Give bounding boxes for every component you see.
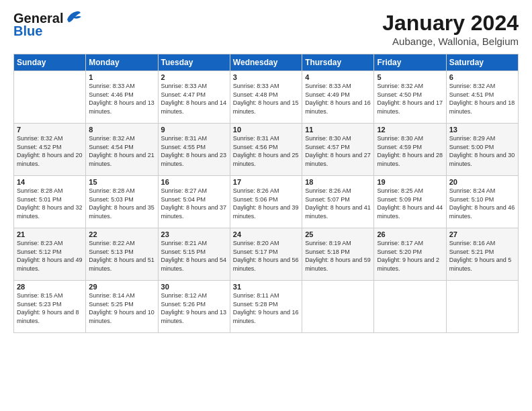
calendar-cell: 11Sunrise: 8:30 AMSunset: 4:57 PMDayligh… [302, 124, 374, 176]
day-info: Sunrise: 8:23 AMSunset: 5:12 PMDaylight:… [17, 239, 83, 273]
calendar-cell: 26Sunrise: 8:17 AMSunset: 5:20 PMDayligh… [374, 228, 446, 281]
day-info: Sunrise: 8:19 AMSunset: 5:18 PMDaylight:… [305, 239, 371, 273]
calendar-week-1: 1Sunrise: 8:33 AMSunset: 4:46 PMDaylight… [14, 71, 519, 124]
calendar-cell: 10Sunrise: 8:31 AMSunset: 4:56 PMDayligh… [230, 124, 302, 176]
day-info: Sunrise: 8:32 AMSunset: 4:52 PMDaylight:… [17, 134, 83, 168]
header-sunday: Sunday [14, 54, 86, 71]
calendar-cell [302, 281, 374, 333]
day-info: Sunrise: 8:30 AMSunset: 4:59 PMDaylight:… [377, 134, 443, 168]
day-info: Sunrise: 8:28 AMSunset: 5:03 PMDaylight:… [89, 187, 154, 220]
day-info: Sunrise: 8:32 AMSunset: 4:51 PMDaylight:… [449, 82, 515, 116]
day-info: Sunrise: 8:14 AMSunset: 5:25 PMDaylight:… [89, 291, 154, 325]
calendar-cell: 1Sunrise: 8:33 AMSunset: 4:46 PMDaylight… [86, 71, 158, 124]
day-info: Sunrise: 8:17 AMSunset: 5:20 PMDaylight:… [377, 239, 443, 273]
day-info: Sunrise: 8:16 AMSunset: 5:21 PMDaylight:… [449, 239, 515, 273]
calendar-cell: 3Sunrise: 8:33 AMSunset: 4:48 PMDaylight… [230, 71, 302, 124]
calendar-cell: 6Sunrise: 8:32 AMSunset: 4:51 PMDaylight… [446, 71, 518, 124]
calendar-table: Sunday Monday Tuesday Wednesday Thursday… [13, 54, 519, 333]
day-number: 13 [449, 126, 515, 134]
day-number: 28 [17, 283, 83, 291]
day-number: 27 [449, 230, 515, 238]
calendar-cell: 5Sunrise: 8:32 AMSunset: 4:50 PMDaylight… [374, 71, 446, 124]
calendar-cell: 22Sunrise: 8:22 AMSunset: 5:13 PMDayligh… [86, 228, 158, 281]
header-saturday: Saturday [446, 54, 518, 71]
day-info: Sunrise: 8:11 AMSunset: 5:28 PMDaylight:… [233, 291, 299, 325]
day-number: 23 [161, 230, 227, 238]
day-number: 21 [17, 230, 83, 238]
day-number: 26 [377, 230, 443, 238]
calendar-cell: 2Sunrise: 8:33 AMSunset: 4:47 PMDaylight… [158, 71, 230, 124]
calendar-cell: 14Sunrise: 8:28 AMSunset: 5:01 PMDayligh… [14, 176, 86, 228]
day-info: Sunrise: 8:33 AMSunset: 4:48 PMDaylight:… [233, 82, 299, 116]
month-title: January 2024 [382, 11, 519, 36]
day-number: 12 [377, 126, 443, 134]
day-number: 14 [17, 178, 83, 186]
day-info: Sunrise: 8:33 AMSunset: 4:46 PMDaylight:… [89, 82, 154, 116]
header-monday: Monday [86, 54, 158, 71]
day-number: 1 [89, 73, 154, 81]
header-wednesday: Wednesday [230, 54, 302, 71]
day-info: Sunrise: 8:33 AMSunset: 4:47 PMDaylight:… [161, 82, 227, 116]
calendar-cell: 28Sunrise: 8:15 AMSunset: 5:23 PMDayligh… [14, 281, 86, 333]
day-info: Sunrise: 8:32 AMSunset: 4:54 PMDaylight:… [89, 134, 154, 168]
day-number: 11 [305, 126, 371, 134]
day-info: Sunrise: 8:22 AMSunset: 5:13 PMDaylight:… [89, 239, 154, 273]
header-tuesday: Tuesday [158, 54, 230, 71]
calendar-cell [374, 281, 446, 333]
day-number: 19 [377, 178, 443, 186]
day-info: Sunrise: 8:25 AMSunset: 5:09 PMDaylight:… [377, 187, 443, 220]
day-number: 29 [89, 283, 154, 291]
day-number: 6 [449, 73, 515, 81]
calendar-cell: 13Sunrise: 8:29 AMSunset: 5:00 PMDayligh… [446, 124, 518, 176]
day-number: 18 [305, 178, 371, 186]
day-info: Sunrise: 8:24 AMSunset: 5:10 PMDaylight:… [449, 187, 515, 220]
header: General Blue January 2024 Aubange, Wallo… [13, 11, 519, 47]
calendar-cell: 18Sunrise: 8:26 AMSunset: 5:07 PMDayligh… [302, 176, 374, 228]
calendar-cell: 31Sunrise: 8:11 AMSunset: 5:28 PMDayligh… [230, 281, 302, 333]
day-number: 5 [377, 73, 443, 81]
day-info: Sunrise: 8:15 AMSunset: 5:23 PMDaylight:… [17, 291, 83, 325]
day-number: 25 [305, 230, 371, 238]
calendar-cell: 12Sunrise: 8:30 AMSunset: 4:59 PMDayligh… [374, 124, 446, 176]
calendar-cell: 9Sunrise: 8:31 AMSunset: 4:55 PMDaylight… [158, 124, 230, 176]
location-subtitle: Aubange, Wallonia, Belgium [382, 36, 519, 47]
calendar-cell: 23Sunrise: 8:21 AMSunset: 5:15 PMDayligh… [158, 228, 230, 281]
logo-bird-icon [64, 10, 82, 25]
day-info: Sunrise: 8:28 AMSunset: 5:01 PMDaylight:… [17, 187, 83, 220]
calendar-cell: 21Sunrise: 8:23 AMSunset: 5:12 PMDayligh… [14, 228, 86, 281]
calendar-cell: 17Sunrise: 8:26 AMSunset: 5:06 PMDayligh… [230, 176, 302, 228]
day-number: 17 [233, 178, 299, 186]
day-info: Sunrise: 8:27 AMSunset: 5:04 PMDaylight:… [161, 187, 227, 220]
calendar-cell: 24Sunrise: 8:20 AMSunset: 5:17 PMDayligh… [230, 228, 302, 281]
header-row: Sunday Monday Tuesday Wednesday Thursday… [14, 54, 519, 71]
day-number: 15 [89, 178, 154, 186]
calendar-cell: 15Sunrise: 8:28 AMSunset: 5:03 PMDayligh… [86, 176, 158, 228]
day-number: 3 [233, 73, 299, 81]
day-number: 22 [89, 230, 154, 238]
day-info: Sunrise: 8:21 AMSunset: 5:15 PMDaylight:… [161, 239, 227, 273]
calendar-cell: 19Sunrise: 8:25 AMSunset: 5:09 PMDayligh… [374, 176, 446, 228]
day-info: Sunrise: 8:20 AMSunset: 5:17 PMDaylight:… [233, 239, 299, 273]
header-friday: Friday [374, 54, 446, 71]
calendar-cell: 30Sunrise: 8:12 AMSunset: 5:26 PMDayligh… [158, 281, 230, 333]
day-info: Sunrise: 8:26 AMSunset: 5:07 PMDaylight:… [305, 187, 371, 220]
day-number: 20 [449, 178, 515, 186]
calendar-cell: 27Sunrise: 8:16 AMSunset: 5:21 PMDayligh… [446, 228, 518, 281]
day-info: Sunrise: 8:32 AMSunset: 4:50 PMDaylight:… [377, 82, 443, 116]
day-info: Sunrise: 8:33 AMSunset: 4:49 PMDaylight:… [305, 82, 371, 116]
calendar-cell: 4Sunrise: 8:33 AMSunset: 4:49 PMDaylight… [302, 71, 374, 124]
day-info: Sunrise: 8:31 AMSunset: 4:56 PMDaylight:… [233, 134, 299, 168]
calendar-cell [14, 71, 86, 124]
calendar-cell: 29Sunrise: 8:14 AMSunset: 5:25 PMDayligh… [86, 281, 158, 333]
day-number: 4 [305, 73, 371, 81]
title-block: January 2024 Aubange, Wallonia, Belgium [382, 11, 519, 47]
day-number: 7 [17, 126, 83, 134]
day-number: 16 [161, 178, 227, 186]
header-thursday: Thursday [302, 54, 374, 71]
calendar-cell: 7Sunrise: 8:32 AMSunset: 4:52 PMDaylight… [14, 124, 86, 176]
day-info: Sunrise: 8:12 AMSunset: 5:26 PMDaylight:… [161, 291, 227, 325]
day-number: 30 [161, 283, 227, 291]
calendar-week-5: 28Sunrise: 8:15 AMSunset: 5:23 PMDayligh… [14, 281, 519, 333]
calendar-cell [446, 281, 518, 333]
day-number: 8 [89, 126, 154, 134]
